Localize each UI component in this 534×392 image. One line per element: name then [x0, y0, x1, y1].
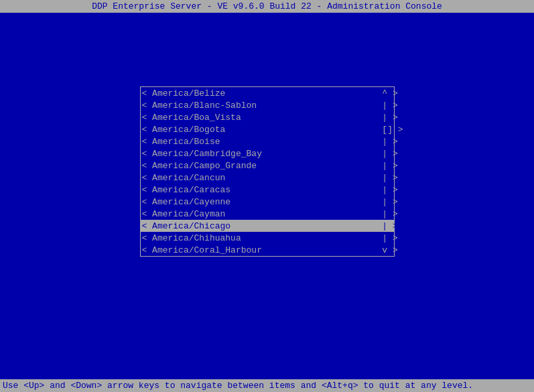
title-bar: DDP Enterprise Server - VE v9.6.0 Build …: [0, 0, 534, 13]
status-bar: Use <Up> and <Down> arrow keys to naviga…: [0, 379, 534, 392]
title-text: DDP Enterprise Server - VE v9.6.0 Build …: [92, 1, 442, 11]
list-item[interactable]: < America/Boa_Vista | >: [141, 111, 394, 123]
list-item[interactable]: < America/Chihuahua | >: [141, 232, 394, 244]
list-item[interactable]: < America/Cayenne | >: [141, 196, 394, 208]
main-content: < America/Belize ^ >< America/Blanc-Sabl…: [0, 13, 534, 257]
list-item[interactable]: < America/Caracas | >: [141, 184, 394, 196]
list-item[interactable]: < America/Coral_Harbour v >: [141, 244, 394, 256]
list-item[interactable]: < America/Cayman | >: [141, 208, 394, 220]
list-item[interactable]: < America/Blanc-Sablon | >: [141, 99, 394, 111]
list-item[interactable]: < America/Cancun | >: [141, 172, 394, 184]
list-box: < America/Belize ^ >< America/Blanc-Sabl…: [140, 86, 395, 257]
list-box-inner: < America/Belize ^ >< America/Blanc-Sabl…: [141, 87, 394, 256]
list-item[interactable]: < America/Cambridge_Bay | >: [141, 147, 394, 159]
list-item[interactable]: < America/Boise | >: [141, 135, 394, 147]
list-item[interactable]: < America/Campo_Grande | >: [141, 159, 394, 172]
list-item[interactable]: < America/Bogota [] >: [141, 123, 394, 135]
status-text: Use <Up> and <Down> arrow keys to naviga…: [3, 381, 473, 391]
list-item[interactable]: < America/Belize ^ >: [141, 87, 394, 99]
list-item[interactable]: < America/Chicago | >: [141, 220, 394, 232]
